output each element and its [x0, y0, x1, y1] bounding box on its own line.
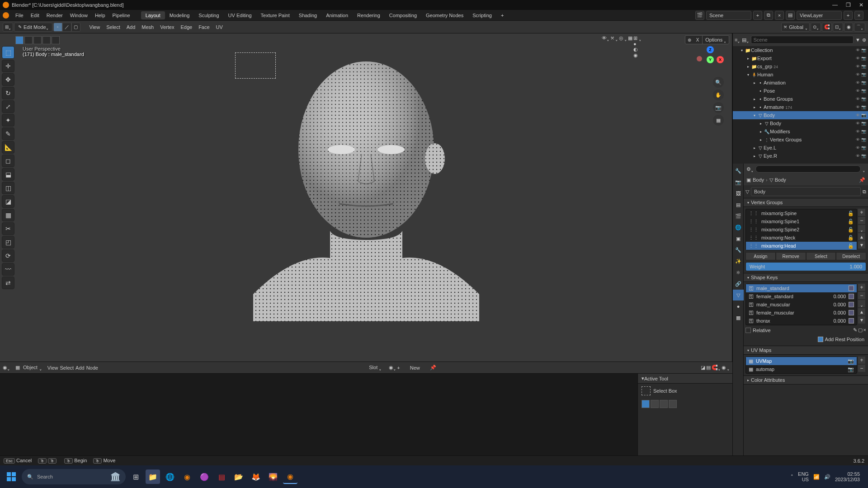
persp-ortho-button[interactable]: ▦: [713, 115, 724, 126]
blender-running-icon[interactable]: ◉: [283, 469, 297, 484]
overlay-dropdown[interactable]: ˬ: [624, 35, 627, 58]
lang-primary[interactable]: ENG: [798, 471, 809, 477]
vg-add-button[interactable]: +: [858, 209, 865, 216]
vg-menu-button[interactable]: ˬ: [858, 225, 865, 232]
copy-scene-button[interactable]: ⧉: [764, 11, 773, 20]
gizmo-y-axis[interactable]: Y: [707, 56, 714, 63]
workspace-tab[interactable]: Sculpting: [194, 11, 223, 19]
edge-icon[interactable]: 🌐: [163, 469, 177, 484]
zoom-button[interactable]: 🔍: [713, 77, 724, 88]
crumb-object[interactable]: Body: [753, 177, 764, 183]
minimize-button[interactable]: —: [832, 2, 838, 8]
ng-snap[interactable]: 🧲ˬ: [712, 365, 721, 371]
menu-uv[interactable]: UV: [213, 24, 226, 30]
maximize-button[interactable]: ❐: [846, 2, 851, 8]
select-mode-4[interactable]: [42, 36, 51, 44]
menu-vertex[interactable]: Vertex: [157, 24, 177, 30]
selmode-subtract[interactable]: [660, 400, 668, 408]
proportional-edit-toggle[interactable]: ◉: [844, 23, 853, 32]
material-picker[interactable]: ◉ˬ: [389, 365, 396, 371]
outliner-row[interactable]: ▸•Animation👁 📷: [733, 79, 868, 87]
sk-remove-button[interactable]: −: [858, 292, 865, 299]
outliner-type[interactable]: ≡ˬ: [735, 37, 740, 43]
selmode-new[interactable]: [642, 400, 650, 408]
sk-up-button[interactable]: ▴: [858, 308, 865, 315]
workspace-tab[interactable]: Modeling: [165, 11, 194, 19]
vg-remove-button[interactable]: −: [858, 217, 865, 224]
select-button[interactable]: Select: [806, 252, 836, 260]
shape-key-item[interactable]: ⚿male_standard: [746, 284, 857, 292]
vertex-group-item[interactable]: ⋮⋮mixamorig:Neck🔓: [746, 234, 857, 242]
gizmo-dropdown[interactable]: ˬ: [615, 35, 618, 58]
lower-editor-type[interactable]: ◉ˬ: [3, 365, 10, 371]
object-dropdown[interactable]: ▦ Objectˬ: [12, 365, 46, 371]
menu-pipeline[interactable]: Pipeline: [109, 13, 134, 18]
wifi-icon[interactable]: 📶: [813, 474, 820, 480]
gizmo-neg-axis[interactable]: [697, 56, 702, 61]
shading-matprev[interactable]: ◐: [633, 47, 638, 52]
select-mode-1[interactable]: [15, 36, 24, 44]
outliner-row[interactable]: •Pose👁 📷: [733, 87, 868, 95]
uv-map-item[interactable]: ▦UVMap📷: [746, 357, 857, 365]
vertex-group-item[interactable]: ⋮⋮mixamorig:Head🔓: [746, 242, 857, 250]
tray-date[interactable]: 2023/12/03: [835, 477, 860, 482]
workspace-tab[interactable]: Layout: [141, 11, 165, 19]
prop-search[interactable]: [755, 165, 861, 173]
select-mode-5[interactable]: [52, 36, 60, 44]
outliner-row[interactable]: ▾▽Body👁 📷: [733, 111, 868, 119]
shape-key-item[interactable]: ⚿thorax0.000: [746, 317, 857, 325]
outliner-display[interactable]: ▤ˬ: [742, 37, 749, 43]
outliner-row[interactable]: ▸▽Body👁 📷: [733, 119, 868, 127]
menu-view[interactable]: View: [87, 24, 103, 30]
shading-dropdown[interactable]: ˬ: [639, 35, 642, 58]
ng-btn1[interactable]: ◪: [701, 365, 705, 371]
orientation-dropdown[interactable]: ⤧ Globalˬ: [781, 23, 810, 32]
outliner-row[interactable]: ▸•Armature 174👁 📷: [733, 103, 868, 111]
outliner-row[interactable]: ▸📁Export👁 📷: [733, 54, 868, 62]
crumb-data[interactable]: Body: [775, 177, 786, 183]
axis-widget-icon[interactable]: ⊕: [685, 36, 693, 44]
firefox-icon[interactable]: 🦊: [249, 469, 263, 484]
ng-node[interactable]: Node: [86, 365, 98, 371]
outliner-row[interactable]: ▸📁cs_grp 24👁 📷: [733, 62, 868, 70]
snap-dropdown[interactable]: ⊡ˬ: [833, 23, 843, 32]
menu-file[interactable]: File: [12, 13, 27, 18]
tab-output[interactable]: 🖼: [733, 188, 744, 199]
tool-inset[interactable]: ◫: [2, 182, 14, 194]
outliner-row[interactable]: ▾🧍Human👁 📷: [733, 70, 868, 79]
sk-clear-button[interactable]: ×: [863, 327, 866, 333]
tool-extrude[interactable]: ⬓: [2, 168, 14, 181]
editor-type-dropdown[interactable]: ⊞ˬ: [3, 23, 13, 32]
tool-add-cube[interactable]: ◻: [2, 155, 14, 167]
tray-chevron-icon[interactable]: ˄: [791, 474, 793, 480]
nav-gizmo[interactable]: Z Y X: [697, 46, 724, 73]
vertex-group-item[interactable]: ⋮⋮mixamorig:Spine2🔓: [746, 225, 857, 234]
menu-help[interactable]: Help: [91, 13, 109, 18]
tab-particles[interactable]: ✨: [733, 256, 744, 267]
menu-add[interactable]: Add: [124, 24, 138, 30]
explorer-icon[interactable]: 📁: [146, 469, 160, 484]
overlay-toggle[interactable]: ◎: [619, 35, 623, 58]
app-icon-1[interactable]: 🟣: [197, 469, 212, 484]
tool-scale[interactable]: ⤢: [2, 100, 14, 113]
visibility-dropdown[interactable]: 👁ˬ: [602, 35, 609, 58]
menu-face[interactable]: Face: [196, 24, 212, 30]
vg-up-button[interactable]: ▴: [858, 233, 865, 240]
uv-add-button[interactable]: +: [858, 357, 865, 364]
tool-transform[interactable]: ✦: [2, 114, 14, 127]
sk-show-button[interactable]: ▢: [858, 327, 863, 333]
snap-toggle[interactable]: 🧲: [822, 23, 832, 32]
xray-toggle[interactable]: ▦: [628, 35, 632, 58]
tool-bevel[interactable]: ◪: [2, 195, 14, 208]
menu-window[interactable]: Window: [66, 13, 91, 18]
uv-maps-header[interactable]: ▾UV Maps: [744, 346, 868, 355]
gizmo-x-axis[interactable]: X: [717, 56, 724, 63]
tray-time[interactable]: 02:55: [835, 471, 860, 477]
outliner-search[interactable]: [751, 36, 854, 44]
folder-icon[interactable]: 📂: [231, 469, 246, 484]
deselect-button[interactable]: Deselect: [836, 252, 866, 260]
shape-key-item[interactable]: ⚿female_standard0.000: [746, 292, 857, 300]
gizmo-z-axis[interactable]: Z: [707, 46, 714, 53]
weight-slider[interactable]: Weight 1.000: [745, 262, 866, 271]
selmode-extend[interactable]: [651, 400, 659, 408]
